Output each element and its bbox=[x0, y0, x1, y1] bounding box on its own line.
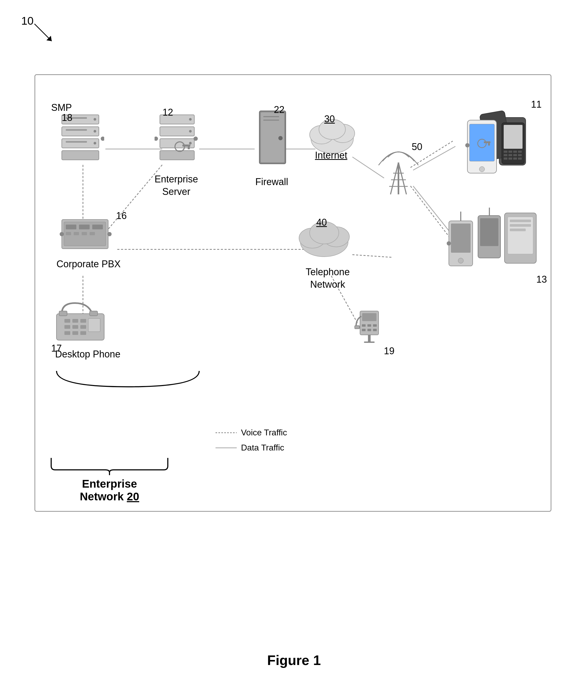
svg-rect-112 bbox=[508, 157, 512, 160]
svg-point-68 bbox=[60, 232, 64, 236]
svg-rect-85 bbox=[362, 324, 366, 327]
svg-rect-43 bbox=[263, 120, 279, 121]
smartphones-icon bbox=[451, 102, 539, 193]
svg-rect-71 bbox=[90, 311, 98, 316]
diagram-box: SMP 18 EnterpriseServ bbox=[34, 74, 551, 512]
svg-rect-72 bbox=[64, 319, 70, 323]
svg-rect-103 bbox=[504, 151, 507, 153]
svg-rect-102 bbox=[504, 125, 523, 149]
internet-label: Internet bbox=[315, 149, 347, 162]
figure-label: Figure 1 bbox=[267, 652, 321, 668]
svg-rect-100 bbox=[488, 143, 490, 146]
svg-point-97 bbox=[479, 167, 485, 172]
svg-rect-19 bbox=[62, 151, 99, 160]
svg-rect-125 bbox=[510, 220, 531, 222]
svg-rect-17 bbox=[62, 127, 99, 136]
svg-rect-89 bbox=[367, 329, 371, 331]
svg-rect-24 bbox=[66, 129, 87, 131]
svg-rect-66 bbox=[90, 232, 95, 235]
svg-rect-25 bbox=[66, 141, 87, 143]
corporate-pbx-label: Corporate PBX bbox=[56, 258, 121, 270]
svg-rect-79 bbox=[72, 331, 78, 335]
svg-rect-108 bbox=[508, 154, 512, 156]
svg-rect-99 bbox=[484, 141, 490, 143]
enterprise-network-label: EnterpriseNetwork 20 bbox=[46, 478, 173, 503]
svg-rect-114 bbox=[518, 157, 522, 160]
svg-rect-62 bbox=[92, 225, 103, 229]
enterprise-server-label: EnterpriseServer bbox=[155, 173, 198, 198]
svg-point-115 bbox=[465, 143, 469, 147]
svg-rect-109 bbox=[513, 154, 517, 156]
svg-rect-36 bbox=[188, 147, 190, 149]
ref-11: 11 bbox=[531, 99, 542, 110]
firewall-label: Firewall bbox=[255, 176, 288, 188]
svg-rect-42 bbox=[263, 116, 279, 117]
svg-line-9 bbox=[107, 165, 162, 231]
mobile-devices-icon bbox=[441, 208, 542, 294]
enterprise-server-icon bbox=[155, 112, 202, 166]
ref-16: 16 bbox=[116, 210, 127, 221]
arrow-10-icon bbox=[32, 21, 56, 45]
ref-50: 50 bbox=[412, 141, 422, 152]
ref-18: 18 bbox=[62, 112, 72, 123]
svg-rect-73 bbox=[72, 319, 78, 323]
svg-rect-81 bbox=[88, 318, 100, 332]
svg-rect-18 bbox=[62, 139, 99, 148]
svg-rect-77 bbox=[80, 325, 86, 329]
svg-point-20 bbox=[94, 118, 96, 121]
svg-rect-122 bbox=[508, 217, 533, 254]
svg-point-32 bbox=[189, 130, 192, 133]
svg-rect-61 bbox=[79, 225, 90, 229]
svg-rect-96 bbox=[469, 124, 494, 161]
svg-point-37 bbox=[155, 137, 158, 141]
svg-rect-105 bbox=[513, 151, 517, 153]
ref-13: 13 bbox=[536, 274, 547, 285]
svg-point-26 bbox=[101, 137, 104, 141]
svg-rect-88 bbox=[362, 329, 366, 331]
svg-point-21 bbox=[94, 130, 96, 133]
svg-rect-107 bbox=[504, 154, 507, 156]
voice-traffic-label: Voice Traffic bbox=[241, 428, 287, 437]
svg-rect-111 bbox=[504, 157, 507, 160]
svg-point-22 bbox=[94, 142, 96, 145]
telephone-network-label: TelephoneNetwork bbox=[306, 266, 350, 291]
svg-rect-84 bbox=[355, 326, 359, 329]
firewall-icon bbox=[255, 110, 290, 172]
enterprise-network-container: EnterpriseNetwork 20 bbox=[46, 455, 173, 503]
data-traffic-label: Data Traffic bbox=[241, 443, 284, 453]
svg-rect-106 bbox=[518, 151, 522, 153]
svg-point-41 bbox=[278, 136, 283, 140]
svg-rect-86 bbox=[367, 324, 371, 327]
svg-rect-91 bbox=[368, 335, 371, 342]
legend: Voice Traffic Data Traffic bbox=[216, 428, 287, 453]
svg-rect-87 bbox=[373, 324, 377, 327]
ref-40: 40 bbox=[316, 217, 327, 228]
svg-rect-113 bbox=[513, 157, 517, 160]
svg-rect-30 bbox=[160, 151, 194, 160]
svg-rect-78 bbox=[64, 331, 70, 335]
svg-point-118 bbox=[458, 258, 463, 263]
svg-rect-35 bbox=[182, 145, 190, 147]
svg-rect-104 bbox=[508, 151, 512, 153]
svg-rect-76 bbox=[72, 325, 78, 329]
svg-line-49 bbox=[390, 163, 398, 194]
svg-rect-74 bbox=[80, 319, 86, 323]
corporate-pbx-icon bbox=[59, 218, 112, 254]
svg-rect-83 bbox=[362, 313, 376, 321]
svg-rect-92 bbox=[364, 342, 375, 343]
svg-rect-63 bbox=[66, 232, 71, 235]
diagram-container: 10 bbox=[0, 0, 588, 700]
desktop-phone-label: Desktop Phone bbox=[55, 348, 120, 361]
svg-point-33 bbox=[189, 142, 192, 145]
ref-17: 17 bbox=[51, 343, 62, 354]
svg-line-11 bbox=[352, 255, 392, 257]
svg-rect-110 bbox=[518, 154, 522, 156]
svg-rect-127 bbox=[510, 229, 526, 231]
svg-rect-60 bbox=[66, 225, 76, 229]
desktop-phone-icon bbox=[54, 300, 107, 344]
ref-12: 12 bbox=[163, 107, 173, 118]
svg-point-67 bbox=[107, 232, 112, 236]
svg-rect-80 bbox=[80, 331, 86, 335]
svg-rect-126 bbox=[510, 224, 531, 227]
svg-point-128 bbox=[447, 241, 451, 246]
